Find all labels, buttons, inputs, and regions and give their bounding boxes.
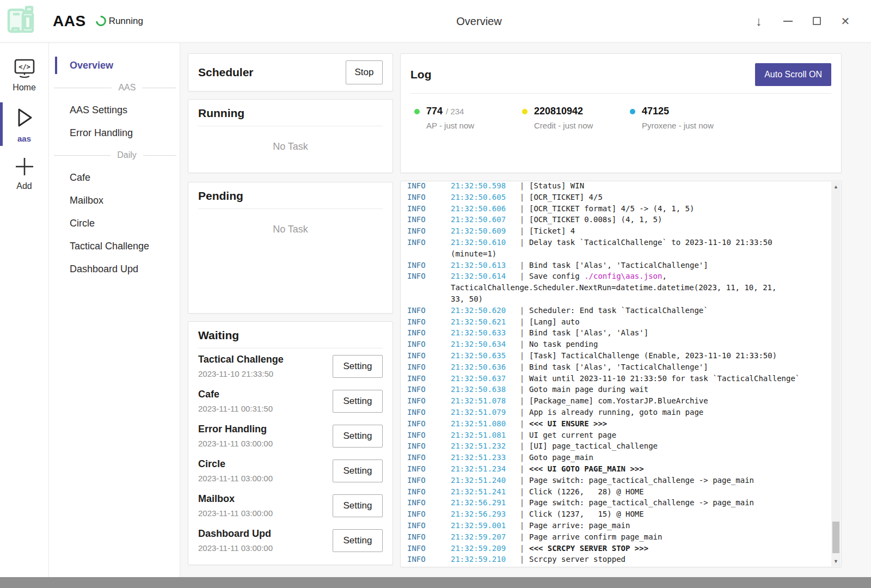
- sidebar-item[interactable]: Mailbox: [50, 189, 180, 212]
- task-setting-button[interactable]: Setting: [333, 355, 383, 378]
- maximize-icon[interactable]: [810, 14, 823, 28]
- log-level: INFO: [407, 327, 451, 339]
- sidebar-item[interactable]: Overview: [50, 54, 180, 77]
- sidebar-item-label: Daily: [117, 150, 137, 160]
- log-separator: |: [515, 463, 529, 475]
- stat-label: Credit - just now: [534, 121, 630, 130]
- log-timestamp: 21:32:50.621: [451, 316, 515, 328]
- log-level: INFO: [407, 543, 451, 554]
- log-level: INFO: [407, 225, 451, 237]
- log-line: INFO21:32:51.081|UI get current page: [407, 430, 825, 441]
- download-icon[interactable]: ↓: [752, 14, 765, 28]
- waiting-title: Waiting: [198, 329, 383, 342]
- log-level: INFO: [407, 418, 451, 430]
- task-setting-button[interactable]: Setting: [333, 390, 383, 413]
- task-setting-button[interactable]: Setting: [333, 460, 383, 482]
- log-message: Delay task `TacticalChallenge` to 2023-1…: [529, 237, 825, 248]
- sidebar-item[interactable]: Tactical Challenge: [50, 235, 180, 258]
- log-message: Wait until 2023-11-10 21:33:50 for task …: [529, 373, 825, 384]
- sidebar-item-label: Circle: [70, 218, 95, 229]
- log-timestamp: 21:32:59.207: [451, 531, 515, 543]
- task-next-run-time: 2023-11-11 00:31:50: [198, 404, 273, 413]
- log-message: Bind task ['Alas', 'TacticalChallenge']: [529, 362, 825, 373]
- minimize-icon[interactable]: [781, 14, 794, 28]
- log-timestamp: 21:32:50.607: [451, 214, 515, 225]
- sidebar-item[interactable]: Dashboard Upd: [50, 258, 180, 280]
- stat-value: 47125: [642, 106, 669, 117]
- rail-item-aas[interactable]: aas: [0, 101, 48, 148]
- log-line: INFO21:32:59.210|Scrcpy server stopped: [407, 554, 825, 565]
- log-level: INFO: [407, 181, 451, 192]
- log-timestamp: 21:32:50.636: [451, 362, 515, 373]
- log-level: INFO: [407, 192, 451, 203]
- log-level: INFO: [407, 475, 451, 486]
- log-line: INFO21:32:50.606|[OCR_TICKET format] 4/5…: [407, 203, 825, 215]
- divider: [410, 93, 831, 94]
- sidebar-item[interactable]: AAS Settings: [50, 99, 180, 121]
- title-bar: AAS Running Overview ↓ ✕: [0, 0, 871, 42]
- stop-button[interactable]: Stop: [346, 60, 383, 84]
- log-scrollbar[interactable]: ▲ ▼: [831, 182, 841, 566]
- log-line: TacticalChallenge.Scheduler.NextRun=date…: [407, 282, 825, 293]
- stat-value: 220810942: [534, 106, 583, 117]
- rail-item-home[interactable]: </> Home: [0, 52, 48, 99]
- sidebar-item[interactable]: Cafe: [50, 166, 180, 189]
- log-line: INFO21:32:50.598|[Status] WIN: [407, 181, 825, 192]
- log-message: Bind task ['Alas', 'TacticalChallenge']: [529, 260, 825, 271]
- log-timestamp: 21:32:50.637: [451, 373, 515, 384]
- log-line: INFO21:32:51.241|Click (1226, 28) @ HOME: [407, 486, 825, 498]
- log-message: Page switch: page_tactical_challenge -> …: [529, 475, 825, 486]
- scroll-up-icon[interactable]: ▲: [831, 184, 841, 189]
- log-line: INFO21:32:50.609|[Ticket] 4: [407, 225, 825, 237]
- scroll-down-icon[interactable]: ▼: [831, 559, 841, 564]
- log-timestamp: 21:32:51.081: [451, 430, 515, 441]
- divider-line: [143, 155, 176, 156]
- log-separator: |: [515, 214, 529, 225]
- rail-home-label: Home: [13, 83, 36, 93]
- log-level: INFO: [407, 362, 451, 373]
- log-separator: |: [515, 384, 529, 395]
- log-message: TacticalChallenge.Scheduler.NextRun=date…: [451, 282, 825, 293]
- task-setting-button[interactable]: Setting: [333, 529, 383, 552]
- log-message: [UI] page_tactical_challenge: [529, 440, 825, 452]
- sidebar-item-label: Error Handling: [70, 127, 133, 139]
- log-timestamp: 21:32:50.605: [451, 192, 515, 203]
- log-timestamp: 21:32:50.638: [451, 384, 515, 395]
- log-message: App is already running, goto main page: [529, 407, 825, 418]
- waiting-task-row: Cafe 2023-11-11 00:31:50 Setting: [198, 383, 383, 418]
- stat-value: 774: [426, 106, 443, 117]
- close-icon[interactable]: ✕: [839, 14, 852, 28]
- log-separator: |: [515, 430, 529, 441]
- log-line: INFO21:32:50.620|Scheduler: End task `Ta…: [407, 305, 825, 316]
- log-line: INFO21:32:50.638|Goto main page during w…: [407, 384, 825, 395]
- sidebar-item[interactable]: Error Handling: [50, 121, 180, 144]
- task-name: Dashboard Upd: [198, 528, 273, 540]
- log-timestamp: 21:32:56.293: [451, 509, 515, 520]
- sidebar-item[interactable]: Circle: [50, 212, 180, 235]
- log-line: (minute=1): [407, 248, 825, 260]
- log-message: UI get current page: [529, 430, 825, 441]
- task-next-run-time: 2023-11-10 21:33:50: [198, 369, 284, 378]
- log-timestamp: 21:32:59.210: [451, 554, 515, 565]
- pending-panel: Pending No Task: [188, 182, 393, 314]
- log-separator: |: [515, 497, 529, 509]
- task-setting-button[interactable]: Setting: [333, 494, 383, 517]
- sidebar-item-label: Dashboard Upd: [70, 264, 138, 275]
- scrollbar-thumb[interactable]: [832, 522, 839, 553]
- running-spinner-icon: [94, 14, 108, 28]
- pending-title: Pending: [198, 189, 383, 203]
- log-timestamp: 21:32:51.079: [451, 407, 515, 418]
- log-message: [Task] TacticalChallenge (Enable, 2023-1…: [529, 350, 825, 362]
- sidebar-item[interactable]: AAS: [50, 77, 180, 99]
- divider-line: [54, 88, 112, 88]
- sidebar-item[interactable]: Daily: [50, 144, 180, 166]
- task-name: Mailbox: [198, 493, 273, 505]
- log-level: INFO: [407, 214, 451, 225]
- auto-scroll-button[interactable]: Auto Scroll ON: [755, 63, 831, 86]
- task-setting-button[interactable]: Setting: [333, 425, 383, 448]
- log-message: Goto main page during wait: [529, 384, 825, 395]
- log-line: INFO21:32:50.614|Save config ./config\aa…: [407, 271, 825, 282]
- sidebar-item-label: Mailbox: [70, 195, 103, 206]
- rail-item-add[interactable]: Add: [0, 150, 48, 197]
- log-line: 33, 50): [407, 293, 825, 305]
